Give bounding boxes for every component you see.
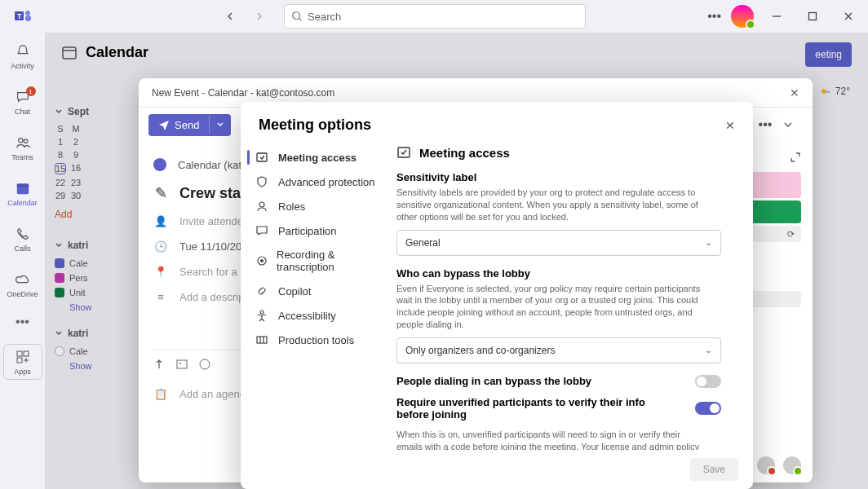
save-button[interactable]: Save xyxy=(690,458,738,481)
search-input[interactable]: Search xyxy=(284,4,586,29)
location-input[interactable]: Search for a ro xyxy=(179,266,250,278)
nav-roles[interactable]: Roles xyxy=(247,194,385,218)
teams-logo: T xyxy=(13,7,33,26)
rail-calendar[interactable]: Calendar xyxy=(3,176,42,210)
emoji-button[interactable] xyxy=(199,359,210,370)
attendees-input[interactable]: Invite attendee xyxy=(179,215,249,227)
svg-rect-15 xyxy=(177,360,187,368)
maximize-button[interactable] xyxy=(799,5,826,28)
sensitivity-field-label: Sensitivity label xyxy=(396,171,732,183)
toolbar-chevron[interactable] xyxy=(783,120,803,130)
bypass-desc: Even if Everyone is selected, your org p… xyxy=(396,283,706,331)
section-heading: Meeting access xyxy=(419,146,510,160)
edit-icon: ✎ xyxy=(153,184,168,202)
shield-icon xyxy=(255,175,270,188)
clock-icon: 🕒 xyxy=(153,240,168,253)
calendar-icon xyxy=(14,179,32,197)
svg-point-17 xyxy=(200,359,210,369)
modal-close-button[interactable]: ✕ xyxy=(725,119,735,132)
nav-copilot[interactable]: Copilot xyxy=(247,279,385,303)
date-input[interactable]: Tue 11/10/20 xyxy=(179,240,241,253)
agenda-icon: 📋 xyxy=(153,388,168,400)
description-icon: ≡ xyxy=(153,291,168,303)
avatar[interactable] xyxy=(783,456,801,474)
nav-accessibility[interactable]: Accessibility xyxy=(247,303,385,328)
rail-chat[interactable]: 1 Chat xyxy=(3,85,42,119)
verify-field-label: Require unverified participants to verif… xyxy=(396,396,658,421)
search-placeholder: Search xyxy=(308,11,341,23)
svg-rect-5 xyxy=(809,13,817,20)
title-bar: T Search ••• xyxy=(0,0,868,33)
rail-teams[interactable]: Teams xyxy=(3,130,42,165)
send-icon xyxy=(158,119,170,130)
rail-apps[interactable]: Apps xyxy=(3,344,42,380)
rail-calls[interactable]: Calls xyxy=(3,222,42,256)
verify-toggle[interactable] xyxy=(695,402,721,415)
dialing-field-label: People dialing in can bypass the lobby xyxy=(396,375,591,387)
location-icon: 📍 xyxy=(153,266,168,278)
svg-point-16 xyxy=(179,363,181,364)
verify-desc: When this is on, unverified participants… xyxy=(396,429,706,450)
agenda-input[interactable]: Add an agend xyxy=(179,388,246,400)
svg-rect-10 xyxy=(17,351,22,356)
chat-icon xyxy=(255,224,270,237)
sensitivity-dropdown[interactable]: General ⌄ xyxy=(396,230,721,256)
svg-point-19 xyxy=(259,202,264,207)
send-chevron[interactable] xyxy=(209,116,231,134)
svg-rect-2 xyxy=(25,15,31,21)
image-button[interactable] xyxy=(176,359,188,370)
people-icon xyxy=(14,134,32,152)
sensitivity-desc: Sensitivity labels are provided by your … xyxy=(396,187,706,223)
rail-activity[interactable]: Activity xyxy=(3,39,42,73)
access-icon xyxy=(396,145,411,160)
accessibility-icon xyxy=(255,309,270,322)
svg-text:T: T xyxy=(17,12,22,20)
minimize-button[interactable] xyxy=(764,5,790,28)
main-area: Calendar eeting 72° Sept SM 12 89 1516 2… xyxy=(45,33,868,489)
nav-recording[interactable]: Recording & transcription xyxy=(247,243,385,279)
bell-icon xyxy=(14,42,32,60)
nav-participation[interactable]: Participation xyxy=(247,218,385,243)
modal-nav: Meeting access Advanced protection Roles… xyxy=(241,139,392,450)
svg-rect-12 xyxy=(17,358,22,363)
chat-badge: 1 xyxy=(26,86,36,96)
tools-icon xyxy=(255,333,270,346)
cloud-icon xyxy=(14,271,32,289)
nav-meeting-access[interactable]: Meeting access xyxy=(247,145,385,170)
profile-avatar[interactable] xyxy=(731,5,754,28)
expand-button[interactable] xyxy=(790,152,801,163)
panel-close-button[interactable]: ✕ xyxy=(790,86,799,99)
modal-content: Meeting access Sensitivity label Sensiti… xyxy=(392,139,753,450)
people-icon: 👤 xyxy=(153,215,168,227)
phone-icon xyxy=(14,225,32,243)
avatar[interactable] xyxy=(757,456,775,474)
nav-back-button[interactable] xyxy=(219,5,241,28)
recurring-icon: ⟳ xyxy=(787,229,795,240)
svg-point-6 xyxy=(18,139,22,143)
attach-button[interactable] xyxy=(153,359,165,370)
nav-production[interactable]: Production tools xyxy=(247,328,385,352)
chevron-down-icon: ⌄ xyxy=(705,237,712,248)
svg-point-21 xyxy=(260,259,264,262)
more-button[interactable]: ••• xyxy=(707,9,721,24)
svg-point-7 xyxy=(24,139,27,143)
send-button[interactable]: Send xyxy=(148,114,231,136)
nav-advanced-protection[interactable]: Advanced protection xyxy=(247,170,385,194)
description-input[interactable]: Add a descript xyxy=(179,291,247,303)
svg-rect-23 xyxy=(257,337,267,343)
chevron-down-icon: ⌄ xyxy=(705,345,712,355)
copilot-icon xyxy=(255,284,270,297)
nav-forward-button[interactable] xyxy=(248,5,271,28)
rail-more-button[interactable]: ••• xyxy=(16,315,29,329)
record-icon xyxy=(255,254,268,267)
rail-onedrive[interactable]: OneDrive xyxy=(3,267,42,302)
svg-rect-18 xyxy=(257,153,267,161)
svg-point-1 xyxy=(25,11,30,15)
modal-title: Meeting options xyxy=(259,117,371,134)
svg-rect-9 xyxy=(16,184,28,187)
bypass-dropdown[interactable]: Only organizers and co-organizers ⌄ xyxy=(396,337,721,363)
toolbar-more[interactable]: ••• xyxy=(755,117,775,132)
app-rail: Activity 1 Chat Teams Calendar Calls One… xyxy=(0,33,45,489)
dialing-toggle[interactable] xyxy=(695,375,721,388)
close-button[interactable] xyxy=(835,5,861,28)
